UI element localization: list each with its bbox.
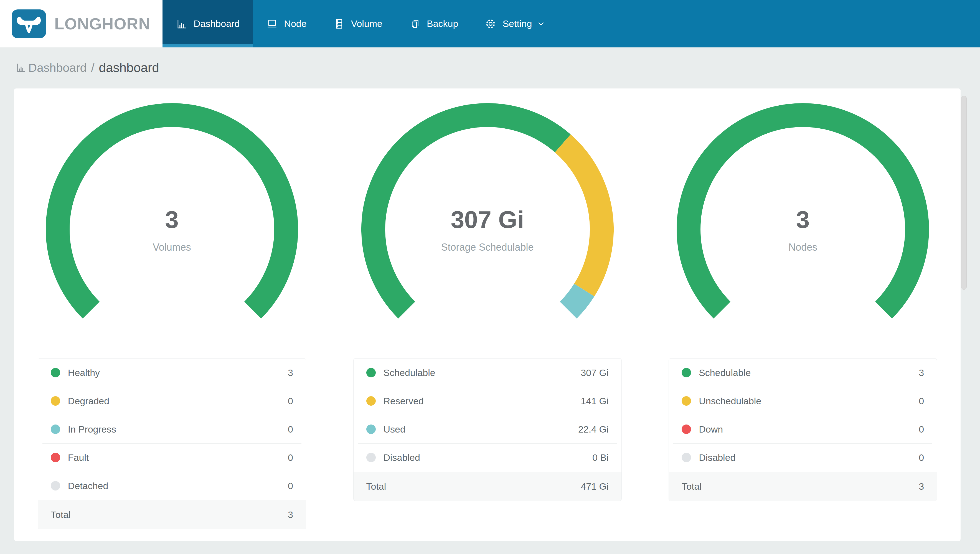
storage-title: Storage Schedulable (441, 242, 533, 253)
status-value: 22.4 Gi (578, 424, 609, 435)
legend-row: Detached0 (38, 472, 306, 500)
status-dot (366, 396, 376, 406)
status-dot (682, 368, 691, 377)
status-dot (366, 425, 376, 434)
status-value: 3 (288, 368, 293, 378)
nav-item-dashboard[interactable]: Dashboard (162, 0, 253, 48)
nodes-count: 3 (796, 205, 810, 234)
status-dot (51, 368, 60, 377)
legend-row: Unschedulable0 (669, 387, 937, 415)
status-value: 0 (919, 452, 924, 463)
total-value: 3 (919, 481, 924, 492)
scrollbar-thumb[interactable] (961, 96, 967, 290)
status-value: 0 Bi (592, 452, 609, 463)
brand-name: LONGHORN (54, 14, 150, 33)
status-label: Reserved (383, 396, 424, 406)
volumes-total-row: Total 3 (38, 500, 306, 529)
dashboard-card: 3 Volumes Healthy3Degraded0In Progress0F… (14, 88, 961, 541)
status-value: 0 (288, 396, 293, 406)
nav-item-label: Dashboard (194, 18, 240, 29)
legend-row: Fault0 (38, 443, 306, 472)
status-label: Disabled (699, 452, 735, 463)
volumes-title: Volumes (153, 242, 191, 253)
volumes-count: 3 (165, 205, 178, 234)
legend-row: Degraded0 (38, 387, 306, 415)
bar-chart-icon (176, 18, 188, 30)
status-value: 0 (288, 452, 293, 463)
status-dot (682, 396, 691, 406)
status-dot (51, 396, 60, 406)
nodes-gauge-chart: 3 Nodes (677, 103, 929, 355)
status-label: Healthy (68, 368, 100, 378)
nodes-total-row: Total 3 (669, 472, 937, 501)
storage-panel: 307 Gi Storage Schedulable Schedulable30… (330, 88, 645, 541)
status-value: 3 (919, 368, 924, 378)
main-nav: Dashboard Node Volume Backup (162, 0, 558, 48)
status-dot (51, 425, 60, 434)
status-label: Used (383, 424, 406, 435)
legend-row: Disabled0 Bi (353, 443, 622, 472)
legend-row: Reserved141 Gi (353, 387, 622, 415)
storage-icon (333, 18, 345, 30)
status-label: Fault (68, 452, 89, 463)
nav-item-backup[interactable]: Backup (396, 0, 471, 48)
nav-item-label: Setting (503, 18, 532, 29)
total-value: 3 (288, 509, 293, 520)
total-label: Total (51, 509, 71, 520)
legend-row: Schedulable3 (669, 358, 937, 387)
status-label: In Progress (68, 424, 116, 435)
legend-row: Healthy3 (38, 358, 306, 387)
longhorn-logo-icon (12, 10, 46, 38)
storage-legend-table: Schedulable307 GiReserved141 GiUsed22.4 … (353, 358, 622, 501)
status-label: Schedulable (383, 368, 435, 378)
nodes-panel: 3 Nodes Schedulable3Unschedulable0Down0D… (645, 88, 961, 541)
logo[interactable]: LONGHORN (0, 0, 162, 48)
status-dot (51, 453, 60, 462)
breadcrumb: Dashboard / dashboard (16, 60, 980, 76)
chevron-down-icon (537, 20, 545, 28)
laptop-icon (266, 18, 278, 30)
storage-gauge-chart: 307 Gi Storage Schedulable (361, 103, 614, 355)
status-value: 0 (919, 424, 924, 435)
app-header: LONGHORN Dashboard Node Volume (0, 0, 980, 48)
nav-item-label: Backup (427, 18, 458, 29)
status-value: 307 Gi (581, 368, 608, 378)
status-value: 0 (288, 481, 293, 491)
status-value: 0 (919, 396, 924, 406)
nav-item-node[interactable]: Node (253, 0, 320, 48)
volumes-legend-table: Healthy3Degraded0In Progress0Fault0Detac… (38, 358, 306, 529)
total-value: 471 Gi (581, 481, 608, 492)
nodes-title: Nodes (788, 242, 817, 253)
legend-row: Schedulable307 Gi (353, 358, 622, 387)
breadcrumb-section[interactable]: Dashboard (28, 61, 86, 75)
volumes-panel: 3 Volumes Healthy3Degraded0In Progress0F… (14, 88, 330, 541)
storage-schedulable-value: 307 Gi (450, 205, 524, 234)
status-label: Disabled (383, 452, 420, 463)
status-label: Unschedulable (699, 396, 761, 406)
copy-icon (409, 18, 421, 30)
nav-item-label: Volume (351, 18, 382, 29)
volumes-gauge-chart: 3 Volumes (46, 103, 298, 355)
nav-item-setting[interactable]: Setting (471, 0, 558, 48)
nav-item-volume[interactable]: Volume (320, 0, 396, 48)
status-label: Schedulable (699, 368, 751, 378)
legend-row: Down0 (669, 415, 937, 443)
legend-row: In Progress0 (38, 415, 306, 443)
nav-item-label: Node (284, 18, 306, 29)
nodes-legend-table: Schedulable3Unschedulable0Down0Disabled0… (668, 358, 937, 501)
gear-icon (485, 18, 496, 30)
status-dot (366, 368, 376, 377)
status-dot (682, 425, 691, 434)
breadcrumb-current-page: dashboard (99, 60, 159, 75)
legend-row: Used22.4 Gi (353, 415, 622, 443)
status-label: Down (699, 424, 723, 435)
legend-row: Disabled0 (669, 443, 937, 472)
bar-chart-icon (16, 62, 27, 73)
status-dot (682, 453, 691, 462)
breadcrumb-separator: / (91, 61, 94, 75)
total-label: Total (682, 481, 702, 492)
status-value: 141 Gi (581, 396, 608, 406)
storage-total-row: Total 471 Gi (353, 472, 622, 501)
status-label: Degraded (68, 396, 109, 406)
total-label: Total (366, 481, 386, 492)
